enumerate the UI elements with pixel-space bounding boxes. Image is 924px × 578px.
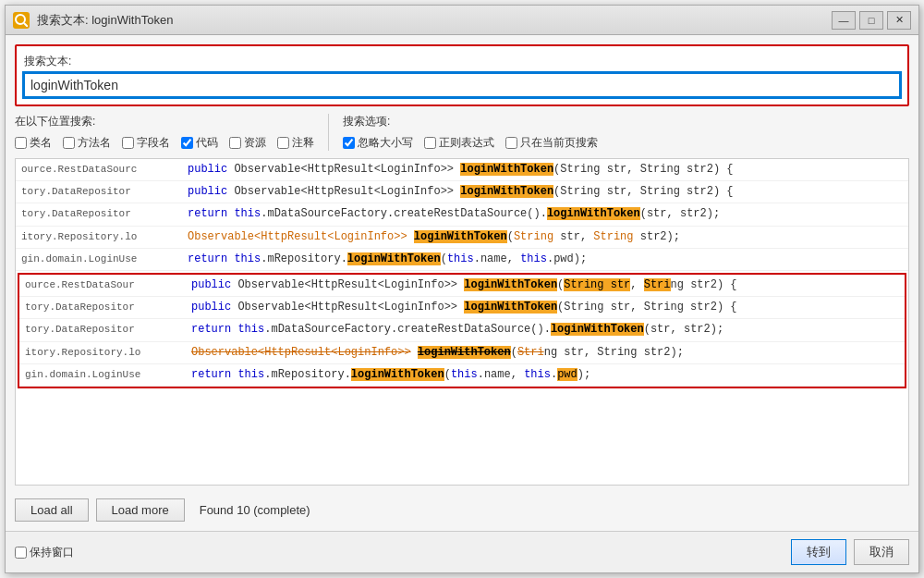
search-label: 搜索文本:	[24, 54, 900, 69]
checkbox-comment-input[interactable]	[277, 137, 289, 149]
footer-right: 转到 取消	[791, 539, 909, 565]
main-window: 搜索文本: loginWithToken — □ ✕ 搜索文本: 在以下位置搜索…	[5, 5, 919, 573]
results-area[interactable]: ource.RestDataSourc public Observable<Ht…	[15, 158, 909, 486]
result-code: Observable<HttpResult<LoginInfo>> loginW…	[191, 344, 899, 362]
titlebar: 搜索文本: loginWithToken — □ ✕	[6, 6, 918, 35]
checkbox-methodname-input[interactable]	[63, 137, 75, 149]
table-row[interactable]: ource.RestDataSourc public Observable<Ht…	[16, 159, 908, 181]
svg-line-1	[24, 23, 28, 27]
result-code: return this.mRepository.loginWithToken(t…	[191, 366, 899, 384]
table-row[interactable]: tory.DataRepositor return this.mDataSour…	[19, 319, 905, 341]
checkbox-classname[interactable]: 类名	[15, 135, 52, 151]
cancel-button[interactable]: 取消	[854, 539, 909, 565]
options-divider	[328, 114, 329, 151]
close-button[interactable]: ✕	[887, 11, 911, 30]
window-controls: — □ ✕	[832, 11, 911, 30]
result-path: gin.domain.LoginUse	[21, 252, 188, 268]
checkbox-classname-input[interactable]	[15, 137, 27, 149]
load-more-button[interactable]: Load more	[96, 498, 185, 522]
checkbox-resource[interactable]: 资源	[229, 135, 266, 151]
result-path: tory.DataRepositor	[21, 206, 188, 223]
result-code: public Observable<HttpResult<LoginInfo>>…	[191, 277, 899, 294]
table-row[interactable]: ource.RestDataSour public Observable<Htt…	[19, 275, 905, 297]
table-row[interactable]: tory.DataRepositor public Observable<Htt…	[16, 181, 908, 203]
checkbox-current-page-input[interactable]	[505, 137, 517, 149]
results-red-group: ource.RestDataSour public Observable<Htt…	[18, 273, 906, 388]
checkbox-comment[interactable]: 注释	[277, 135, 314, 151]
dialog-content: 搜索文本: 在以下位置搜索: 类名 方法名	[6, 35, 918, 531]
result-path: ource.RestDataSourc	[21, 162, 188, 178]
search-text-section: 搜索文本:	[15, 44, 909, 106]
load-all-button[interactable]: Load all	[15, 498, 89, 522]
table-row[interactable]: tory.DataRepositor public Observable<Htt…	[19, 297, 905, 319]
result-path: itory.Repository.lo	[25, 345, 191, 362]
result-code: public Observable<HttpResult<LoginInfo>>…	[191, 299, 899, 316]
result-path: itory.Repository.lo	[21, 229, 188, 246]
result-code: return this.mRepository.loginWithToken(t…	[188, 251, 903, 268]
checkbox-fieldname[interactable]: 字段名	[122, 135, 170, 151]
result-code: Observable<HttpResult<LoginInfo>> loginW…	[188, 228, 903, 246]
result-path: tory.DataRepositor	[25, 322, 191, 338]
search-options-checkboxes: 忽略大小写 正则表达式 只在当前页搜索	[343, 135, 598, 151]
result-code: return this.mDataSourceFactory.createRes…	[188, 205, 903, 223]
svg-point-0	[16, 15, 25, 24]
maximize-button[interactable]: □	[859, 11, 883, 30]
keep-window-checkbox[interactable]: 保持窗口	[15, 545, 74, 560]
footer-left: 保持窗口	[15, 545, 74, 560]
checkbox-fieldname-input[interactable]	[122, 137, 134, 149]
checkbox-resource-input[interactable]	[229, 137, 241, 149]
search-options-label: 搜索选项:	[343, 114, 598, 129]
search-in-checkboxes: 类名 方法名 字段名 代码	[15, 135, 314, 151]
search-in-group: 在以下位置搜索: 类名 方法名 字段名	[15, 114, 314, 151]
keep-window-input[interactable]	[15, 547, 27, 559]
results-normal-group: ource.RestDataSourc public Observable<Ht…	[16, 159, 908, 271]
result-path: gin.domain.LoginUse	[25, 367, 191, 384]
checkbox-regex-input[interactable]	[424, 137, 436, 149]
search-input[interactable]	[24, 73, 900, 97]
result-path: ource.RestDataSour	[25, 277, 191, 294]
table-row[interactable]: tory.DataRepositor return this.mDataSour…	[16, 203, 908, 226]
footer-bar: 保持窗口 转到 取消	[6, 531, 918, 572]
result-path: tory.DataRepositor	[25, 300, 191, 316]
search-options-group: 搜索选项: 忽略大小写 正则表达式 只在当前页搜索	[343, 114, 598, 151]
checkbox-ignore-case-input[interactable]	[343, 137, 355, 149]
result-path: tory.DataRepositor	[21, 184, 188, 201]
minimize-button[interactable]: —	[832, 11, 856, 30]
result-code: public Observable<HttpResult<LoginInfo>>…	[188, 183, 903, 201]
table-row[interactable]: itory.Repository.lo Observable<HttpResul…	[19, 342, 905, 364]
checkbox-code[interactable]: 代码	[181, 135, 218, 151]
result-code: return this.mDataSourceFactory.createRes…	[191, 321, 899, 338]
options-row: 在以下位置搜索: 类名 方法名 字段名	[15, 114, 909, 151]
table-row[interactable]: gin.domain.LoginUse return this.mReposit…	[19, 364, 905, 387]
checkbox-methodname[interactable]: 方法名	[63, 135, 111, 151]
window-title: 搜索文本: loginWithToken	[37, 12, 824, 29]
keep-window-label: 保持窗口	[30, 545, 74, 560]
table-row[interactable]: itory.Repository.lo Observable<HttpResul…	[16, 227, 908, 249]
checkbox-regex[interactable]: 正则表达式	[424, 135, 494, 151]
checkbox-ignore-case[interactable]: 忽略大小写	[343, 135, 413, 151]
search-in-label: 在以下位置搜索:	[15, 114, 314, 129]
checkbox-current-page[interactable]: 只在当前页搜索	[505, 135, 598, 151]
goto-button[interactable]: 转到	[791, 539, 846, 565]
result-code: public Observable<HttpResult<LoginInfo>>…	[188, 161, 903, 178]
app-icon	[13, 12, 30, 29]
bottom-action-bar: Load all Load more Found 10 (complete)	[15, 493, 909, 522]
status-text: Found 10 (complete)	[200, 503, 310, 517]
table-row[interactable]: gin.domain.LoginUse return this.mReposit…	[16, 249, 908, 271]
checkbox-code-input[interactable]	[181, 137, 193, 149]
